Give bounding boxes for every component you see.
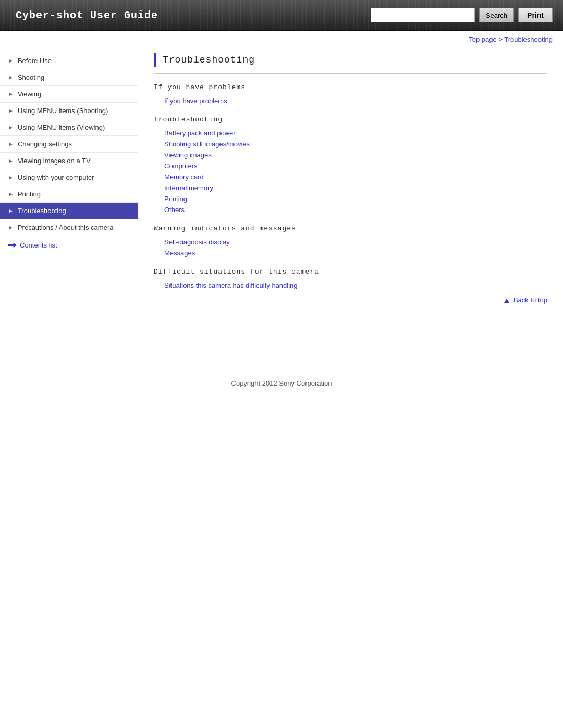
breadcrumb-top-link[interactable]: Top page: [469, 35, 497, 43]
sidebar-item-precautions[interactable]: ►Precautions / About this camera: [0, 219, 138, 236]
sidebar-item-changing-settings[interactable]: ►Changing settings: [0, 136, 138, 153]
section-heading-3: Difficult situations for this camera: [154, 268, 547, 276]
triangle-up-icon: [504, 299, 509, 303]
section-link-0-0[interactable]: If you have problems: [154, 95, 547, 106]
sidebar-item-label: Using MENU items (Shooting): [18, 107, 108, 115]
search-button[interactable]: Search: [479, 8, 514, 22]
section-link-1-7[interactable]: Others: [154, 204, 547, 215]
page-title-container: Troubleshooting: [154, 53, 547, 74]
sidebar-item-viewing-images-tv[interactable]: ►Viewing images on a TV: [0, 153, 138, 169]
sidebar-item-label: Viewing: [18, 90, 41, 98]
header: Cyber-shot User Guide Search Print: [0, 0, 563, 31]
sidebar-item-viewing[interactable]: ►Viewing: [0, 86, 138, 103]
section-link-1-1[interactable]: Shooting still images/movies: [154, 139, 547, 150]
sidebar-arrow-icon: ►: [8, 108, 14, 114]
print-button[interactable]: Print: [518, 8, 553, 22]
section-link-1-5[interactable]: Internal memory: [154, 182, 547, 193]
sidebar-item-using-menu-shooting[interactable]: ►Using MENU items (Shooting): [0, 103, 138, 119]
sidebar-item-using-menu-viewing[interactable]: ►Using MENU items (Viewing): [0, 119, 138, 136]
sidebar-item-shooting[interactable]: ►Shooting: [0, 69, 138, 86]
main-content: Troubleshooting If you have problemsIf y…: [138, 47, 563, 360]
app-title: Cyber-shot User Guide: [0, 9, 371, 21]
sidebar-arrow-icon: ►: [8, 75, 14, 80]
page-title: Troubleshooting: [163, 55, 255, 65]
section-link-1-0[interactable]: Battery pack and power: [154, 128, 547, 139]
section-link-1-6[interactable]: Printing: [154, 193, 547, 204]
header-controls: Search Print: [371, 8, 563, 22]
sidebar-item-label: Before Use: [18, 57, 52, 65]
sidebar-item-label: Troubleshooting: [18, 207, 66, 215]
breadcrumb-separator: >: [497, 35, 505, 43]
sidebar-arrow-icon: ►: [8, 158, 14, 164]
copyright-text: Copyright 2012 Sony Corporation: [231, 379, 332, 387]
sidebar-item-printing[interactable]: ►Printing: [0, 186, 138, 203]
section-link-1-4[interactable]: Memory card: [154, 171, 547, 182]
back-to-top-label: Back to top: [513, 296, 547, 304]
sidebar-item-label: Using MENU items (Viewing): [18, 124, 105, 131]
arrow-right-icon: [8, 243, 17, 248]
sidebar-arrow-icon: ►: [8, 208, 14, 214]
section-heading-2: Warning indicators and messages: [154, 225, 547, 232]
sidebar-arrow-icon: ►: [8, 225, 14, 230]
sidebar-item-label: Changing settings: [18, 140, 72, 148]
sidebar-arrow-icon: ►: [8, 141, 14, 147]
page-title-bar: [154, 53, 156, 67]
sidebar-item-label: Using with your computer: [18, 174, 94, 181]
search-input[interactable]: [371, 8, 475, 22]
sidebar-item-label: Precautions / About this camera: [18, 224, 114, 231]
back-to-top-link[interactable]: Back to top: [504, 296, 547, 304]
sidebar-arrow-icon: ►: [8, 175, 14, 180]
breadcrumb-current-link[interactable]: Troubleshooting: [504, 35, 553, 43]
sidebar-item-label: Viewing images on a TV: [18, 157, 91, 165]
sidebar: ►Before Use►Shooting►Viewing►Using MENU …: [0, 47, 138, 360]
section-link-1-2[interactable]: Viewing images: [154, 150, 547, 161]
section-link-2-0[interactable]: Self-diagnosis display: [154, 237, 547, 248]
section-heading-0: If you have problems: [154, 83, 547, 91]
sidebar-nav: ►Before Use►Shooting►Viewing►Using MENU …: [0, 53, 138, 236]
section-link-3-0[interactable]: Situations this camera has difficulty ha…: [154, 280, 547, 291]
sidebar-item-using-with-computer[interactable]: ►Using with your computer: [0, 169, 138, 186]
section-link-1-3[interactable]: Computers: [154, 161, 547, 171]
sidebar-arrow-icon: ►: [8, 58, 14, 64]
sidebar-item-label: Printing: [18, 190, 41, 198]
sidebar-arrow-icon: ►: [8, 191, 14, 197]
sidebar-item-label: Shooting: [18, 73, 44, 81]
back-to-top: Back to top: [154, 291, 547, 309]
sidebar-arrow-icon: ►: [8, 91, 14, 97]
sidebar-arrow-icon: ►: [8, 125, 14, 130]
contents-list-link[interactable]: Contents list: [0, 236, 138, 254]
sidebar-item-before-use[interactable]: ►Before Use: [0, 53, 138, 69]
section-heading-1: Troubleshooting: [154, 116, 547, 124]
section-link-2-1[interactable]: Messages: [154, 248, 547, 258]
sections-container: If you have problemsIf you have problems…: [154, 83, 547, 291]
page-layout: ►Before Use►Shooting►Viewing►Using MENU …: [0, 47, 563, 360]
sidebar-item-troubleshooting[interactable]: ►Troubleshooting: [0, 203, 138, 219]
breadcrumb: Top page > Troubleshooting: [0, 31, 563, 47]
footer: Copyright 2012 Sony Corporation: [0, 371, 563, 396]
contents-list-label: Contents list: [20, 241, 57, 249]
